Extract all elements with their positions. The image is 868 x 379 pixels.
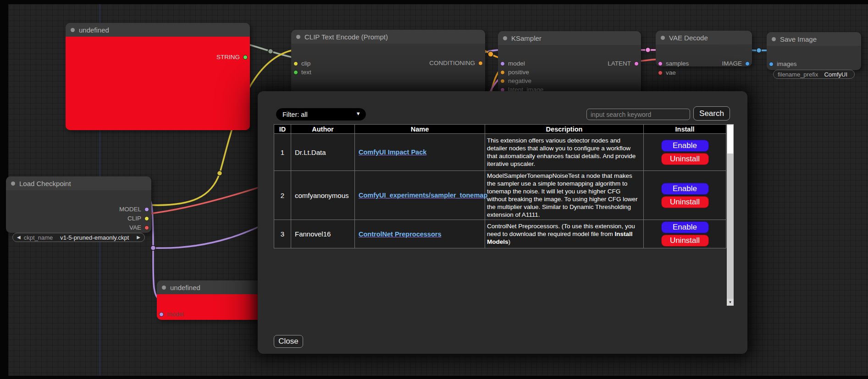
description-text: ModelSamplerTonemapNoiseTest a node that… [487,172,637,218]
input-port-vae[interactable] [658,71,663,75]
extension-link[interactable]: ComfyUI_experiments/sampler_tonemap [359,192,487,199]
previous-arrow-icon[interactable]: ◀ [17,235,21,240]
column-header-description: Description [485,125,644,134]
extensions-scroll-area: IDAuthorNameDescriptionInstall 1Dr.Lt.Da… [274,124,734,306]
node-status-dot-icon [11,181,15,186]
extension-id: 2 [274,171,291,220]
extension-author: Dr.Lt.Data [291,134,355,171]
output-port-label: IMAGE [722,60,742,67]
scrollbar-down-button[interactable]: ▼ [727,299,734,306]
output-port-label: LATENT [608,60,631,67]
node-title: CLIP Text Encode (Prompt) [304,33,388,41]
enable-button[interactable]: Enable [661,183,709,195]
node-status-dot-icon [772,37,776,41]
input-port-model[interactable] [159,312,164,317]
node-save-image[interactable]: Save Image images filename_prefix ComfyU… [767,32,861,70]
search-input[interactable] [586,109,690,120]
node-header[interactable]: KSampler [498,31,641,45]
output-port-image[interactable] [745,61,750,66]
node-load-checkpoint[interactable]: Load Checkpoint MODEL CLIP VAE ◀ ckpt_na… [6,176,151,233]
extension-author: comfyanonymous [291,171,355,220]
node-title: undefined [79,26,109,34]
extension-install-cell: EnableUninstall [644,134,726,171]
node-undefined-top[interactable]: undefined STRING [66,23,250,130]
canvas-edge [0,0,868,4]
column-header-install: Install [644,125,726,134]
node-status-dot-icon [661,36,665,40]
output-port-model[interactable] [144,207,149,212]
input-port-images[interactable] [769,62,774,66]
node-header[interactable]: VAE Decode [656,31,752,44]
scrollbar-thumb[interactable] [727,125,733,154]
node-vae-decode[interactable]: VAE Decode samples vae IMAGE [656,31,752,66]
canvas-edge [0,376,868,379]
node-status-dot-icon [71,28,75,32]
column-header-name: Name [355,125,485,134]
description-text: This extension offers various detector n… [487,137,636,167]
extension-id: 1 [274,134,291,171]
output-port-string[interactable] [243,55,248,60]
node-header[interactable]: undefined [66,23,250,37]
node-title: undefined [170,284,200,291]
output-port-label: MODEL [119,206,141,213]
scrollbar-track[interactable]: ▼ [727,124,734,306]
extensions-table-header-row: IDAuthorNameDescriptionInstall [274,125,726,134]
input-port-negative[interactable] [500,79,505,83]
node-header[interactable]: CLIP Text Encode (Prompt) [291,30,485,44]
column-header-author: Author [291,125,355,134]
output-port-clip[interactable] [144,216,149,221]
enable-button[interactable]: Enable [661,221,709,233]
node-header[interactable]: Load Checkpoint [6,176,151,190]
enable-button[interactable]: Enable [661,140,709,152]
output-port-conditioning[interactable] [478,61,483,66]
extension-name: ComfyUI_experiments/sampler_tonemap [355,171,485,220]
extension-author: Fannovel16 [291,220,355,248]
reroute-dot-conditioning[interactable] [488,51,493,57]
comfyui-canvas[interactable]: undefined STRING CLIP Text Encode (Promp… [0,0,868,379]
extension-name: ControlNet Preprocessors [355,220,485,248]
node-header[interactable]: Save Image [767,32,861,46]
reroute-dot-clip[interactable] [217,171,222,176]
output-port-label: CONDITIONING [429,60,475,66]
input-port-text[interactable] [293,70,298,75]
node-body: STRING [66,37,250,130]
extension-id: 3 [274,220,291,248]
extension-install-cell: EnableUninstall [644,171,726,220]
reroute-dot-string[interactable] [268,49,273,54]
node-status-dot-icon [296,35,300,39]
filter-select[interactable]: Filter: all [276,108,366,121]
extension-description: ControlNet Preprocessors. (To use this e… [485,220,644,248]
uninstall-button[interactable]: Uninstall [661,235,709,247]
output-port-label: CLIP [127,215,141,222]
input-port-label: images [777,60,797,67]
node-body: samples vae IMAGE [656,44,752,66]
uninstall-button[interactable]: Uninstall [661,196,709,208]
extension-install-cell: EnableUninstall [644,220,726,248]
extension-link[interactable]: ControlNet Preprocessors [359,231,442,238]
wire-string [245,44,296,58]
extension-link[interactable]: ComfyUI Impact Pack [359,148,426,156]
search-button[interactable]: Search [693,106,730,121]
ckpt-name-widget[interactable]: ◀ ckpt_name v1-5-pruned-emaonly.ckpt ▶ [12,233,145,242]
reroute-dot-latent[interactable] [646,48,651,53]
node-title: Save Image [780,35,817,43]
filename-prefix-widget[interactable]: filename_prefix ComfyUI [773,70,855,79]
input-port-positive[interactable] [500,70,505,75]
output-port-latent[interactable] [634,61,639,66]
input-port-label: text [301,69,311,76]
next-arrow-icon[interactable]: ▶ [137,235,140,240]
extension-manager-dialog: Filter: all ▾ Search IDAuthorNameDescrip… [258,91,747,354]
extension-row: 2comfyanonymousComfyUI_experiments/sampl… [274,171,726,220]
uninstall-button[interactable]: Uninstall [661,153,709,165]
widget-value: v1-5-pruned-emaonly.ckpt [60,234,129,241]
close-button[interactable]: Close [274,335,303,348]
reroute-dot-model[interactable] [151,246,156,251]
extensions-table: IDAuthorNameDescriptionInstall 1Dr.Lt.Da… [274,124,726,248]
reroute-dot-image[interactable] [757,48,762,53]
input-port-label: vae [666,69,676,76]
extension-row: 3Fannovel16ControlNet PreprocessorsContr… [274,220,726,248]
output-port-vae[interactable] [144,225,149,230]
column-header-id: ID [274,125,291,134]
extension-row: 1Dr.Lt.DataComfyUI Impact PackThis exten… [274,134,726,171]
node-title: VAE Decode [669,34,708,42]
